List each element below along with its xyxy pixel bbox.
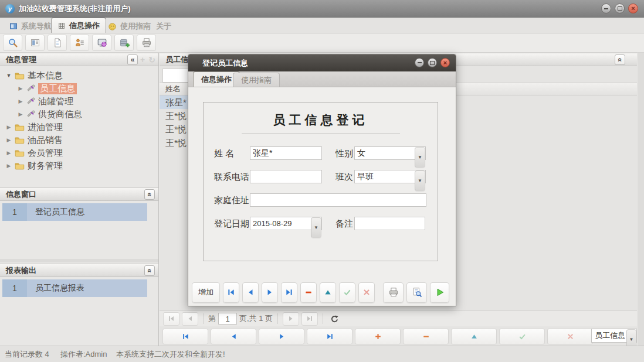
cancel-button[interactable] — [358, 282, 375, 303]
address-label: 家庭住址 — [214, 193, 249, 207]
confirm-button[interactable] — [339, 282, 355, 303]
minimize-icon — [604, 8, 608, 9]
expand-arrow-icon[interactable]: ▶ — [18, 86, 23, 91]
record-last-button[interactable] — [307, 329, 352, 344]
collapse-left-button[interactable]: « — [127, 54, 138, 65]
window-icon — [9, 22, 18, 30]
expand-arrow-icon[interactable]: ▶ — [6, 163, 12, 169]
address-field[interactable] — [250, 193, 426, 207]
separator — [323, 313, 323, 324]
chevron-down-icon[interactable]: ▼ — [415, 170, 425, 191]
record-confirm-button[interactable] — [499, 329, 545, 344]
nav-last-button[interactable] — [281, 282, 297, 303]
new-document-button[interactable] — [48, 35, 67, 51]
nav-next-button[interactable] — [262, 282, 278, 303]
tree-item-tank-manage[interactable]: ▶ 油罐管理 — [18, 95, 73, 108]
dialog-tab-user-guide[interactable]: 使用指南 — [233, 73, 280, 87]
dialog-close-button[interactable]: × — [440, 58, 450, 67]
report-list-item[interactable]: 1 员工信息报表 — [2, 279, 147, 297]
tree-item-oil-sales[interactable]: ▶ 油品销售 — [6, 134, 63, 146]
monitor-button[interactable] — [92, 35, 111, 51]
tree-item-employee-info[interactable]: ▶ 员工信息 — [18, 82, 77, 95]
tree-item-finance-manage[interactable]: ▶ 财务管理 — [6, 159, 63, 172]
tab-info-operation[interactable]: 信息操作 — [51, 18, 106, 33]
cell-name: 张星* — [165, 97, 187, 107]
pager-prev-button[interactable] — [182, 312, 198, 326]
run-button[interactable] — [430, 282, 449, 303]
expand-arrow-icon[interactable]: ▶ — [6, 124, 12, 130]
form-view-button[interactable] — [25, 35, 45, 51]
dialog-maximize-button[interactable] — [428, 58, 437, 67]
name-field[interactable] — [250, 146, 322, 160]
chevron-down-icon[interactable]: ▼ — [415, 147, 425, 168]
database-add-button[interactable] — [114, 35, 134, 51]
info-window-list-item[interactable]: 1 登记员工信息 — [2, 203, 147, 221]
cell-name: 王*悦 — [165, 124, 187, 134]
tab-user-guide[interactable]: 使用指南 — [102, 20, 157, 33]
pager-next-button[interactable] — [283, 312, 299, 326]
tree-item-member-manage[interactable]: ▶ 会员管理 — [6, 146, 63, 159]
tab-system-nav[interactable]: 系统导航 — [4, 20, 57, 33]
tree-item-label: 员工信息 — [38, 83, 77, 94]
chevron-down-icon[interactable]: ▼ — [311, 217, 321, 238]
expand-arrow-icon[interactable]: ▶ — [18, 111, 23, 117]
gender-select[interactable]: 女 ▼ — [354, 146, 426, 160]
record-next-button[interactable] — [259, 329, 304, 344]
preview-button[interactable] — [406, 282, 427, 303]
tree-item-supplier-info[interactable]: ▶ 供货商信息 — [18, 108, 82, 121]
pager-last-button[interactable] — [301, 312, 318, 326]
grid-icon — [57, 22, 66, 30]
app-window: y 加油站收费管理系统(非注册用户) × 系统导航 信息操作 使用指南 关于 — [0, 0, 644, 362]
pager-first-button[interactable] — [163, 312, 179, 326]
collapse-up-button[interactable]: « — [144, 189, 155, 200]
refresh-button[interactable] — [330, 315, 339, 323]
table-selector-combo[interactable]: 员工信息 ▼ — [591, 329, 637, 343]
date-picker[interactable]: 2015-08-29 ▼ — [250, 217, 322, 230]
record-insert-button[interactable] — [355, 329, 401, 344]
minimize-button[interactable] — [601, 4, 611, 13]
record-prev-button[interactable] — [211, 329, 256, 344]
delete-record-button[interactable] — [300, 282, 317, 303]
guide-icon — [108, 22, 117, 31]
expand-arrow-icon[interactable]: ▶ — [18, 98, 23, 104]
shift-select[interactable]: 早班 ▼ — [354, 170, 426, 183]
dialog-titlebar[interactable]: 登记员工信息 × — [188, 54, 456, 71]
expand-arrow-icon[interactable]: ▶ — [6, 150, 12, 156]
nav-prev-button[interactable] — [242, 282, 259, 303]
record-delete-button[interactable] — [403, 329, 449, 344]
nav-first-button[interactable] — [223, 282, 239, 303]
info-manage-panel-header: 信息管理 « + ↻ — [0, 53, 158, 66]
info-window-panel-header: 信息窗口 « — [0, 187, 158, 201]
list-item-index: 1 — [2, 279, 27, 297]
add-button[interactable]: 增加 — [192, 282, 220, 303]
note-field[interactable] — [354, 217, 425, 230]
page-label-prefix: 第 — [208, 313, 216, 324]
column-name: 姓名 — [165, 84, 181, 93]
tree-item-basic-info[interactable]: ▼ 基本信息 — [6, 69, 63, 82]
operator-manage-button[interactable] — [70, 35, 89, 51]
dialog-minimize-button[interactable] — [415, 58, 424, 67]
user-list-icon — [74, 37, 85, 48]
page-input[interactable] — [218, 313, 237, 325]
print-button[interactable] — [383, 282, 404, 303]
record-edit-button[interactable] — [451, 329, 497, 344]
tree-item-oil-intake[interactable]: ▶ 进油管理 — [6, 121, 63, 134]
close-button[interactable]: × — [628, 4, 638, 13]
maximize-button[interactable] — [615, 4, 625, 13]
record-cancel-button[interactable] — [547, 329, 593, 344]
cross-icon — [362, 288, 371, 296]
tool-icon — [26, 84, 35, 93]
minimize-icon — [418, 62, 422, 63]
expand-arrow-icon[interactable]: ▼ — [6, 73, 12, 78]
status-message: 本系统支持二次开发和全新开发! — [116, 346, 225, 362]
collapse-up-button[interactable]: « — [144, 265, 155, 276]
edit-record-button[interactable] — [320, 282, 336, 303]
collapse-up-button[interactable]: « — [615, 54, 625, 65]
phone-field[interactable] — [250, 170, 322, 183]
print-toolbar-button[interactable] — [137, 35, 156, 51]
expand-arrow-icon[interactable]: ▶ — [6, 137, 12, 143]
report-output-panel-header: 报表输出 « — [0, 264, 158, 277]
tab-about[interactable]: 关于 — [150, 20, 177, 33]
record-first-button[interactable] — [162, 329, 208, 344]
search-button[interactable] — [3, 35, 22, 51]
